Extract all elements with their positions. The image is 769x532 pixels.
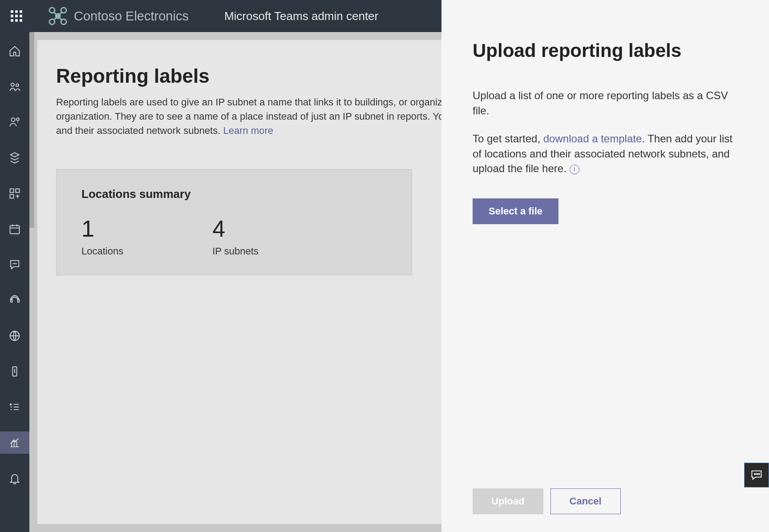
cancel-button[interactable]: Cancel	[550, 488, 621, 514]
nav-devices[interactable]	[0, 147, 29, 169]
learn-more-link[interactable]: Learn more	[223, 125, 273, 136]
select-file-button[interactable]: Select a file	[473, 198, 559, 224]
upload-button[interactable]: Upload	[473, 488, 543, 514]
summary-title: Locations summary	[81, 187, 387, 201]
nav-voice[interactable]	[0, 289, 29, 311]
stat-label: Locations	[81, 246, 123, 257]
panel-intro: Upload a list of one or more reporting l…	[473, 88, 738, 118]
feedback-button[interactable]	[744, 463, 769, 488]
nav-notifications[interactable]	[0, 467, 29, 489]
drone-icon	[48, 6, 68, 26]
nav-policy[interactable]	[0, 360, 29, 383]
nav-analytics[interactable]	[0, 431, 29, 454]
svg-rect-11	[10, 194, 14, 198]
left-nav-rail	[0, 32, 29, 532]
panel-instructions: To get started, download a template. The…	[473, 131, 738, 176]
locations-summary-card: Locations summary 1 Locations 4 IP subne…	[56, 169, 412, 275]
info-icon[interactable]: i	[570, 165, 579, 174]
svg-rect-10	[16, 189, 19, 193]
svg-point-16	[757, 474, 757, 475]
nav-locations[interactable]	[0, 325, 29, 347]
nav-teams[interactable]	[0, 76, 29, 98]
panel-footer: Upload Cancel	[473, 488, 738, 514]
stat-value: 1	[81, 217, 123, 240]
nav-users[interactable]	[0, 111, 29, 133]
svg-point-7	[11, 118, 15, 121]
app-title: Microsoft Teams admin center	[224, 9, 378, 23]
upload-panel: Upload reporting labels Upload a list of…	[441, 0, 769, 532]
svg-rect-12	[10, 226, 20, 234]
svg-point-6	[16, 84, 19, 87]
svg-point-15	[754, 474, 755, 475]
brand-name: Contoso Electronics	[74, 9, 189, 24]
brand[interactable]: Contoso Electronics	[48, 6, 189, 26]
scrollbar[interactable]	[29, 32, 34, 228]
nav-messaging[interactable]	[0, 254, 29, 276]
svg-point-5	[11, 83, 14, 86]
download-template-link[interactable]: download a template	[543, 133, 642, 145]
nav-meetings[interactable]	[0, 218, 29, 240]
svg-point-8	[16, 118, 19, 121]
nav-home[interactable]	[0, 40, 29, 62]
nav-planning[interactable]	[0, 396, 29, 418]
stat-ip-subnets: 4 IP subnets	[212, 217, 259, 257]
stat-locations: 1 Locations	[81, 217, 123, 257]
panel-text-prefix: To get started,	[473, 133, 543, 145]
panel-title: Upload reporting labels	[473, 40, 738, 61]
stat-label: IP subnets	[212, 246, 259, 257]
svg-point-4	[56, 14, 60, 18]
app-launcher-icon[interactable]	[11, 10, 22, 22]
svg-rect-9	[10, 189, 14, 193]
svg-point-17	[759, 474, 760, 475]
nav-apps[interactable]	[0, 182, 29, 205]
stat-value: 4	[212, 217, 259, 240]
